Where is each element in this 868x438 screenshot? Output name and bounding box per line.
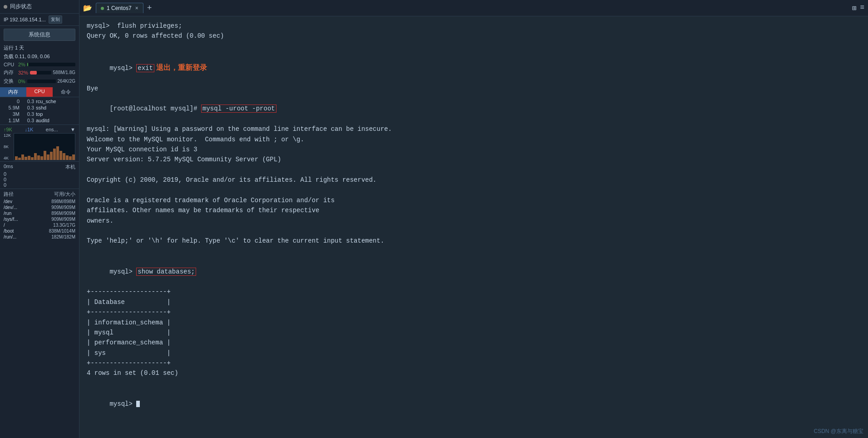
disk-header-val: 可用/大小 — [54, 191, 75, 198]
disk-val-5: 838M/1014M — [49, 229, 75, 234]
terminal-tab[interactable]: 1 Centos7 × — [96, 3, 143, 13]
disk-val-0: 898M/898M — [51, 199, 75, 204]
mem-bar-container — [30, 71, 51, 75]
tab-cmd[interactable]: 命令 — [53, 87, 79, 97]
mem-detail: 588M/1.8G — [53, 70, 75, 75]
term-show-db-line: mysql> show databases; — [87, 256, 861, 287]
watermark: CSDN @东离与糖宝 — [814, 428, 863, 435]
tab-status-dot — [101, 7, 104, 10]
main-area: 📂 1 Centos7 × + ⊞ ≡ mysql> flush privile… — [79, 0, 868, 438]
net-label: ens... — [46, 127, 58, 132]
disk-path-2: /run — [4, 211, 24, 216]
term-text: mysql: [Warning] Using a password on the… — [87, 125, 392, 133]
mem-row: 内存 32% 588M/1.8G — [0, 68, 79, 77]
cpu-bar — [27, 63, 28, 66]
swap-detail: 264K/2G — [58, 79, 75, 84]
mem-label: 内存 — [4, 69, 16, 76]
tab-cpu[interactable]: CPU — [26, 87, 53, 97]
ip-row: IP 192.168.154.1... 复制 — [0, 14, 79, 26]
process-tabs: 内存 CPU 命令 — [0, 87, 79, 97]
net-y3: 4K — [4, 156, 11, 160]
term-line: | information_schema | — [87, 318, 861, 328]
sync-dot — [4, 5, 7, 9]
list-view-icon[interactable]: ≡ — [860, 4, 864, 13]
proc-name-1: sshd — [36, 105, 46, 110]
sync-header: 同步状态 — [0, 0, 79, 14]
disk-header-path: 路径 — [4, 191, 14, 198]
expand-icon[interactable]: ▼ — [70, 127, 75, 132]
term-line: Copyright (c) 2000, 2019, Oracle and/or … — [87, 175, 861, 185]
term-text: | information_schema | — [87, 319, 171, 326]
table-row: 1.1M 0.3 auditd — [0, 117, 79, 124]
mem-value: 32% — [18, 70, 28, 75]
proc-mem-1: 5.9M — [4, 105, 20, 110]
copy-button[interactable]: 复制 — [49, 15, 62, 24]
swap-row: 交换 0% 264K/2G — [0, 77, 79, 85]
net-y1: 12K — [4, 133, 11, 138]
terminal-content[interactable]: mysql> flush privileges; Query OK, 0 row… — [79, 16, 868, 438]
disk-val-1: 909M/909M — [51, 205, 75, 210]
disk-path-0: /dev — [4, 199, 24, 204]
term-prompt: mysql> flush privileges; — [87, 22, 182, 30]
folder-icon: 📂 — [83, 4, 92, 13]
term-text: +--------------------+ — [87, 359, 171, 367]
grid-view-icon[interactable]: ⊞ — [852, 4, 857, 13]
term-blank — [87, 165, 861, 175]
term-text: Oracle is a registered trademark of Orac… — [87, 197, 335, 204]
disk-path-5: /boot — [4, 229, 24, 234]
load-row: 负载 0.11, 0.09, 0.06 — [0, 52, 79, 61]
disk-val-2: 896M/909M — [51, 211, 75, 216]
cpu-value: 2% — [18, 62, 25, 67]
term-line: | sys | — [87, 348, 861, 358]
process-table: 0 0.3 rcu_sche 5.9M 0.3 sshd 3M 0.3 top … — [0, 97, 79, 124]
term-text: Welcome to the MySQL monitor. Commands e… — [87, 136, 304, 143]
tab-close-button[interactable]: × — [135, 5, 138, 11]
disk-row: /run/... 182M/182M — [4, 234, 75, 240]
sysinfo-button[interactable]: 系统信息 — [4, 29, 75, 41]
term-cursor-line: mysql> — [87, 388, 861, 419]
term-line: | Database | — [87, 297, 861, 307]
disk-row: /dev 898M/898M — [4, 199, 75, 204]
term-line: +--------------------+ — [87, 287, 861, 297]
term-line: Server version: 5.7.25 MySQL Community S… — [87, 154, 861, 164]
term-blank — [87, 185, 861, 195]
disk-section: 路径 可用/大小 /dev 898M/898M /dev/... 909M/90… — [0, 189, 79, 241]
cpu-bar-container — [27, 63, 75, 66]
ip-label: IP 192.168.154.1... — [4, 17, 46, 22]
term-text: | performance_schema | — [87, 339, 171, 346]
cpu-row: CPU 2% — [0, 61, 79, 68]
term-line: | performance_schema | — [87, 338, 861, 348]
term-line: 4 rows in set (0.01 sec) — [87, 368, 861, 378]
disk-path-6: /run/... — [4, 234, 24, 239]
terminal-cursor — [136, 401, 140, 407]
top-bar-right: ⊞ ≡ — [852, 4, 864, 13]
table-row: 0 0.3 rcu_sche — [0, 98, 79, 105]
swap-label: 交换 — [4, 78, 16, 85]
net-chart — [14, 133, 75, 160]
term-text: | sys | — [87, 349, 171, 357]
proc-mem-0: 0 — [4, 99, 20, 104]
proc-name-0: rcu_sche — [36, 99, 56, 104]
term-blank — [87, 246, 861, 256]
disk-path-3: /sys/f... — [4, 217, 24, 222]
disk-path-1: /dev/... — [4, 205, 24, 210]
disk-val-3: 909M/909M — [51, 217, 75, 222]
uptime-label: 运行 1 天 — [4, 45, 24, 51]
tab-add-button[interactable]: + — [147, 4, 152, 13]
term-line: Your MySQL connection id is 3 — [87, 144, 861, 154]
ping-section: 0ms 本机 — [0, 161, 79, 171]
term-text: owners. — [87, 217, 113, 224]
term-text: affiliates. Other names may be trademark… — [87, 207, 319, 214]
term-line: mysql: [Warning] Using a password on the… — [87, 124, 861, 134]
exit-cmd-highlight: exit — [136, 64, 154, 72]
table-row: 5.9M 0.3 sshd — [0, 105, 79, 111]
term-line: +--------------------+ — [87, 358, 861, 368]
net-y-axis: 12K 8K 4K — [4, 133, 12, 160]
tab-mem[interactable]: 内存 — [0, 87, 26, 97]
term-text: | Database | — [87, 299, 171, 306]
proc-name-2: top — [36, 111, 43, 117]
disk-val-6: 182M/182M — [51, 234, 75, 239]
table-row: 3M 0.3 top — [0, 111, 79, 117]
term-text: Your MySQL connection id is 3 — [87, 146, 197, 153]
disk-path-4: / — [4, 223, 24, 228]
